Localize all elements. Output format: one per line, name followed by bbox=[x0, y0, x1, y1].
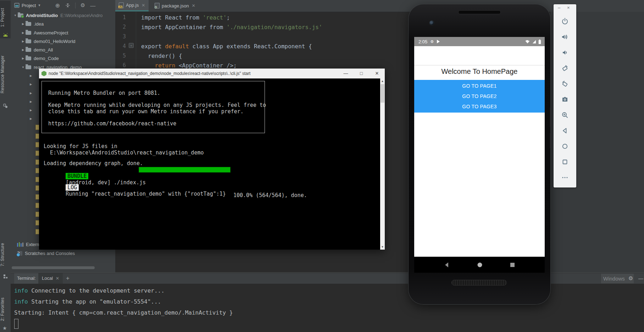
back-icon[interactable] bbox=[554, 123, 576, 138]
tree-collapse-icon[interactable]: ▶ bbox=[21, 31, 26, 34]
close-icon[interactable]: ✕ bbox=[141, 3, 145, 8]
tree-row[interactable]: ▶ demo_All bbox=[21, 45, 53, 54]
tree-row-partial[interactable] bbox=[35, 220, 39, 226]
locate-icon[interactable]: ⊕ bbox=[55, 2, 60, 9]
close-icon[interactable]: ✕ bbox=[56, 273, 59, 284]
minimize-icon[interactable]: – bbox=[558, 5, 560, 10]
zoom-icon[interactable] bbox=[554, 107, 576, 123]
go-to-page2-button[interactable]: GO TO PAGE2 bbox=[414, 93, 545, 99]
more-icon[interactable] bbox=[554, 170, 576, 185]
power-icon[interactable] bbox=[554, 13, 576, 29]
tree-row[interactable]: ▶ demo01_HelloWorld bbox=[21, 37, 76, 45]
tool-button-structure[interactable]: 7: Structure bbox=[0, 237, 11, 272]
project-window-icon[interactable] bbox=[14, 3, 20, 8]
tree-row-partial[interactable] bbox=[35, 212, 39, 217]
tree-row-partial[interactable] bbox=[35, 168, 39, 174]
overview-icon[interactable] bbox=[554, 154, 576, 170]
close-icon[interactable]: × bbox=[567, 5, 570, 10]
terminal-label[interactable]: Terminal: bbox=[14, 273, 39, 284]
nav-overview-icon[interactable] bbox=[510, 262, 515, 267]
nav-back-icon[interactable] bbox=[444, 262, 450, 268]
tree-row-partial[interactable]: ▶ bbox=[28, 97, 37, 106]
tree-row-partial[interactable]: ▶ bbox=[28, 89, 37, 97]
tree-expand-icon[interactable]: ▼ bbox=[13, 14, 18, 17]
go-to-page1-button[interactable]: GO TO PAGE1 bbox=[414, 83, 545, 89]
android-icon[interactable] bbox=[3, 33, 8, 37]
new-terminal-button[interactable]: + bbox=[62, 273, 73, 284]
scratches-icon bbox=[17, 251, 22, 256]
tree-row-partial[interactable] bbox=[35, 229, 39, 235]
bundle-progress-line: BUNDLE [android, dev] ./index.js 100.0% … bbox=[40, 167, 377, 173]
tree-row-partial[interactable]: ▶ bbox=[28, 80, 37, 88]
tree-row-partial[interactable] bbox=[35, 125, 39, 130]
tree-row-partial[interactable] bbox=[35, 159, 39, 165]
gear-icon[interactable]: ⚙ bbox=[628, 273, 633, 284]
code-fold-icon[interactable]: ⌄ bbox=[129, 43, 134, 48]
tree-row-root[interactable]: ▼ AndroidStudio E:\Workspace\Andro bbox=[13, 11, 102, 20]
console-line: Keep Metro running while developing on a… bbox=[48, 102, 266, 108]
tree-row-partial[interactable] bbox=[35, 203, 39, 208]
tree-row-partial[interactable] bbox=[35, 177, 39, 183]
tree-row-partial[interactable]: ▶ bbox=[28, 71, 37, 80]
tree-row-partial[interactable] bbox=[35, 151, 39, 156]
phone-screen[interactable]: 2:05 ⚙ Welcome To HomePage bbox=[414, 37, 545, 273]
scroll-up-icon[interactable]: ▲ bbox=[380, 78, 385, 84]
tree-row-scratches[interactable]: Scratches and Consoles bbox=[17, 249, 75, 257]
minimize-button[interactable]: — bbox=[338, 69, 354, 78]
chevron-down-icon[interactable]: ▼ bbox=[38, 4, 41, 7]
tool-button-resource-manager[interactable]: Resource Manager bbox=[0, 48, 11, 102]
console-line: https://github.com/facebook/react-native bbox=[48, 120, 176, 127]
vertical-scrollbar[interactable]: ▲ ▼ bbox=[380, 78, 385, 250]
tree-row[interactable]: ▶ .idea bbox=[21, 20, 44, 28]
gutter-divider bbox=[136, 12, 136, 69]
resource-manager-icon[interactable] bbox=[3, 104, 8, 108]
tree-collapse-icon[interactable]: ▶ bbox=[21, 22, 26, 26]
scrollbar-thumb[interactable] bbox=[381, 84, 384, 103]
tool-button-project[interactable]: 1: Project bbox=[0, 4, 11, 31]
tree-row-partial[interactable] bbox=[35, 185, 39, 191]
phone-volume-button bbox=[550, 133, 551, 148]
volume-down-icon[interactable] bbox=[554, 45, 576, 60]
structure-icon[interactable] bbox=[3, 274, 8, 279]
code-line: import AppContainer from './navigation/n… bbox=[141, 22, 322, 32]
cmd-window[interactable]: node "E:\Workspace\AndroidStudio\react_n… bbox=[39, 69, 385, 250]
gear-icon[interactable]: ⚙ bbox=[80, 2, 85, 9]
header-divider bbox=[414, 65, 545, 65]
phone-camera bbox=[429, 20, 434, 26]
maximize-button[interactable]: □ bbox=[354, 69, 369, 78]
hide-panel-icon[interactable]: — bbox=[638, 273, 643, 284]
collapse-all-icon[interactable] bbox=[65, 2, 71, 8]
tree-collapse-icon[interactable]: ▶ bbox=[21, 40, 26, 43]
tree-row-partial[interactable]: ▶ bbox=[28, 114, 37, 123]
tab-package-json[interactable]: ⚙ package.json ✕ bbox=[151, 0, 199, 11]
nav-home-icon[interactable] bbox=[477, 262, 483, 268]
tab-app-js[interactable]: JS App.js ✕ bbox=[115, 0, 149, 11]
rotate-left-icon[interactable] bbox=[554, 60, 576, 76]
go-to-page3-button[interactable]: GO TO PAGE3 bbox=[414, 104, 545, 109]
tree-row-partial[interactable]: ▶ bbox=[28, 106, 37, 114]
tree-collapse-icon[interactable]: ▶ bbox=[21, 57, 26, 60]
hide-panel-icon[interactable]: — bbox=[90, 2, 95, 9]
terminal-tab-local[interactable]: Local ✕ bbox=[38, 273, 63, 284]
tool-button-favorites[interactable]: 2: Favorites bbox=[0, 293, 11, 326]
horizontal-scrollbar[interactable] bbox=[12, 266, 95, 269]
screenshot-camera-icon[interactable] bbox=[554, 92, 576, 107]
tree-expand-icon[interactable]: ▼ bbox=[21, 66, 26, 69]
home-icon[interactable] bbox=[554, 138, 576, 154]
terminal-cursor[interactable] bbox=[14, 319, 18, 329]
scroll-down-icon[interactable]: ▼ bbox=[380, 244, 385, 250]
favorites-star-icon[interactable]: ★ bbox=[2, 325, 7, 331]
rotate-right-icon[interactable] bbox=[554, 76, 576, 92]
project-dropdown[interactable]: Project bbox=[22, 3, 36, 8]
close-icon[interactable]: ✕ bbox=[192, 3, 195, 8]
tree-row-partial[interactable] bbox=[35, 142, 39, 148]
close-button[interactable]: ✕ bbox=[369, 69, 385, 78]
battery-icon bbox=[538, 39, 541, 44]
tree-row-partial[interactable] bbox=[35, 194, 39, 200]
tree-row[interactable]: ▶ AwesomeProject bbox=[21, 28, 68, 37]
tree-row[interactable]: ▶ demo_Code bbox=[21, 54, 59, 62]
volume-up-icon[interactable] bbox=[554, 29, 576, 45]
cmd-title-bar[interactable]: node "E:\Workspace\AndroidStudio\react_n… bbox=[39, 69, 385, 78]
tree-collapse-icon[interactable]: ▶ bbox=[21, 48, 26, 51]
tree-row-partial[interactable] bbox=[35, 134, 39, 139]
